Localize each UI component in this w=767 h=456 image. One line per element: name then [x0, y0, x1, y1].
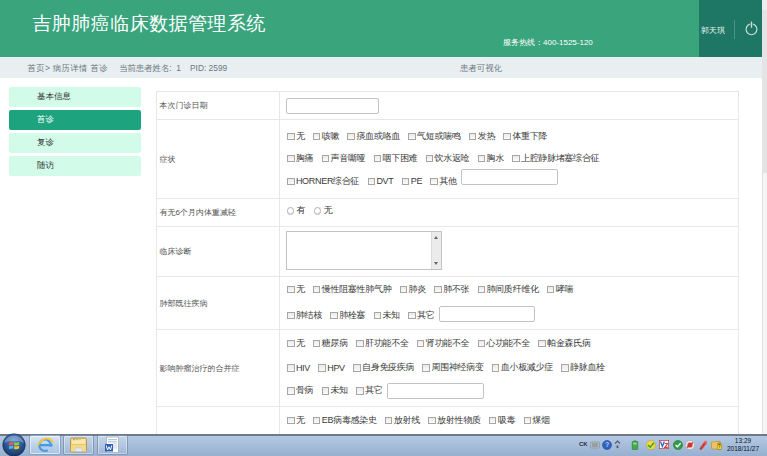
svg-text:?: ? [605, 441, 609, 448]
